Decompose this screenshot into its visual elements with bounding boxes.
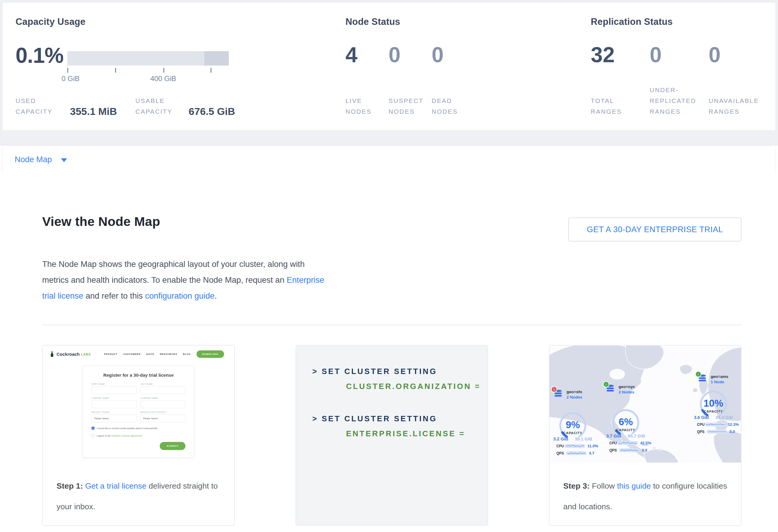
used-capacity-value: 355.1 MiB [70,106,117,117]
capacity-bar-track [67,51,229,66]
page-title: View the Node Map [42,214,160,229]
step-2-thumbnail: > SET CLUSTER SETTING CLUSTER.ORGANIZATI… [296,346,487,525]
step-3-thumbnail: 1 geo=sfo 2 Nodes 9% [549,346,741,463]
license-agreement-checkbox [91,434,94,437]
step-1-caption: Step 1: Get a trial license delivered st… [43,463,234,525]
company-name-label: COMPANY NAME [91,397,137,399]
node-status-title: Node Status [345,3,591,27]
unavailable-ranges-label: UNAVAILABLE RANGES [709,95,768,117]
cluster-summary-panel: Capacity Usage 0.1% 0 GiB 400 GiB [3,3,775,130]
mini-nav-blog: BLOG [183,353,190,356]
capacity-percent: 0.1% [15,45,67,83]
capacity-usage-title: Capacity Usage [15,3,345,27]
mini-nav-docs: DOCS [146,353,154,356]
section-divider [42,325,742,325]
node-status-panel: Node Status 4 0 0 LIVE NODES SUSPECT NOD… [345,3,591,130]
step-2-card: > SET CLUSTER SETTING CLUSTER.ORGANIZATI… [296,345,488,526]
last-name-field [141,386,186,394]
reason-for-interest-select: Please Select [141,414,186,422]
node-map-description: The Node Map shows the geographical layo… [42,256,329,304]
step-1-card: Cockroach LABS PRODUCT CUSTOMERS DOCS RE… [42,345,235,526]
step-1-label: Step 1: [57,481,83,490]
step-2-caption: Step 2: Activate the trial license with … [296,525,487,526]
mini-download-button: DOWNLOAD [197,351,224,358]
capacity-bar-ticks [67,68,229,73]
company-email-label: COMPANY EMAIL [141,397,186,399]
qps-sparkline [566,451,586,455]
first-name-label: FIRST NAME [91,383,137,385]
geo-sfo-node-count: 2 Nodes [566,395,582,399]
summary-strip: Capacity Usage 0.1% 0 GiB 400 GiB [0,0,778,146]
trial-form-title: Register for a 30-day trial license [91,373,185,378]
sql-prompt-1: > SET CLUSTER SETTING [312,367,487,377]
capacity-usage-panel: Capacity Usage 0.1% 0 GiB 400 GiB [15,3,345,130]
dead-nodes-label: DEAD NODES [432,95,475,117]
mini-nav-customers: CUSTOMERS [123,353,141,356]
node-map-dropdown-label: Node Map [15,155,52,164]
geo-nyc-capacity-gauge: 6% CAPACITY 3.7 GiB65.7 GiB CPU 42.5% QP… [597,408,654,456]
geo-ams-capacity-gauge: 10% CAPACITY 3.6 GiB34.4 GiB CPU 12.3% Q… [685,390,741,438]
node-map-intro-section: View the Node Map GET A 30-DAY ENTERPRIS… [0,173,778,526]
mini-nav-resources: RESOURCES [160,353,177,356]
suspect-nodes-value: 0 [389,44,432,66]
text-link[interactable]: Get a trial license [85,481,147,490]
cockroach-labs-logo: Cockroach LABS [49,351,91,358]
qps-sparkline [707,430,727,434]
node-map-dropdown[interactable]: Node Map [3,146,775,173]
geo-nyc-node-count: 2 Nodes [619,390,635,394]
usable-capacity-value: 676.5 GiB [189,106,235,117]
mini-nav-product: PRODUCT [104,353,118,356]
geo-nyc-name: geo=nyc [619,384,635,389]
tick-label-0gib: 0 GiB [62,75,80,83]
geo-ams-capacity-percent: 10% [685,398,741,409]
geo-sfo-name: geo=sfo [566,390,582,394]
trial-license-form: Register for a 30-day trial license FIRS… [83,366,194,457]
cpu-sparkline [565,444,585,448]
geo-ams-node-count: 1 Node [711,380,728,384]
last-name-label: LAST NAME [141,383,186,385]
dead-nodes-value: 0 [432,44,475,66]
step-3-card: 1 geo=sfo 2 Nodes 9% [549,345,742,526]
reason-for-interest-label: REASON FOR INTEREST [141,411,186,413]
software-license-link: Software License Agreement. [111,435,143,437]
email-updates-checkbox: ✓ [91,427,94,430]
live-nodes-value: 4 [345,44,389,66]
enterprise-trial-button[interactable]: GET A 30-DAY ENTERPRISE TRIAL [568,218,742,241]
sql-setting-2: ENTERPRISE.LICENSE = [312,429,487,439]
capacity-bar: 0 GiB 400 GiB [67,51,229,83]
live-nodes-label: LIVE NODES [345,95,389,117]
text-link[interactable]: this guide [617,481,651,490]
geo-sfo-capacity-gauge: 9% CAPACITY 3.2 GiB35.1 GiB CPU 11.0% QP… [549,411,601,459]
capacity-bar-reserved-segment [204,51,229,66]
suspect-nodes-label: SUSPECT NODES [389,95,432,117]
mini-submit-button: SUBMIT [160,442,185,450]
mini-site-nav: PRODUCT CUSTOMERS DOCS RESOURCES BLOG DO… [104,351,224,358]
company-name-field [91,400,137,408]
company-email-field [141,400,186,408]
cpu-sparkline [705,423,725,427]
step-3-label: Step 3: [563,481,590,490]
geo-sfo-marker: 1 geo=sfo 2 Nodes [554,390,582,399]
geo-ams-name: geo=ams [711,374,728,379]
cpu-sparkline [618,441,637,445]
project-phase-select: Please Select [91,414,137,422]
step-1-thumbnail: Cockroach LABS PRODUCT CUSTOMERS DOCS RE… [43,346,234,463]
geo-nyc-capacity-percent: 6% [597,416,654,428]
project-phase-label: PROJECT PHASE [91,411,137,413]
total-ranges-value: 32 [591,44,650,66]
used-capacity-label: USED CAPACITY [15,95,70,117]
under-replicated-ranges-label: UNDER-REPLICATED RANGES [650,85,709,117]
under-replicated-ranges-value: 0 [650,44,709,66]
sql-setting-1: CLUSTER.ORGANIZATION = [312,381,487,392]
license-agreement-label: I agree to the Software License Agreemen… [97,435,143,437]
cockroach-icon [49,351,55,358]
geo-ams-marker: ✓ geo=ams 1 Node [698,374,728,384]
email-updates-label: I would like to receive email updates ab… [97,427,158,430]
geo-sfo-capacity-percent: 9% [549,419,601,431]
unavailable-ranges-value: 0 [709,44,768,66]
sql-prompt-2: > SET CLUSTER SETTING [312,414,487,424]
text-link[interactable]: configuration guide [145,291,215,300]
chevron-down-icon [61,158,67,162]
tick-label-400gib: 400 GiB [150,75,176,83]
geo-nyc-marker: ✓ geo=nyc 2 Nodes [606,384,635,394]
